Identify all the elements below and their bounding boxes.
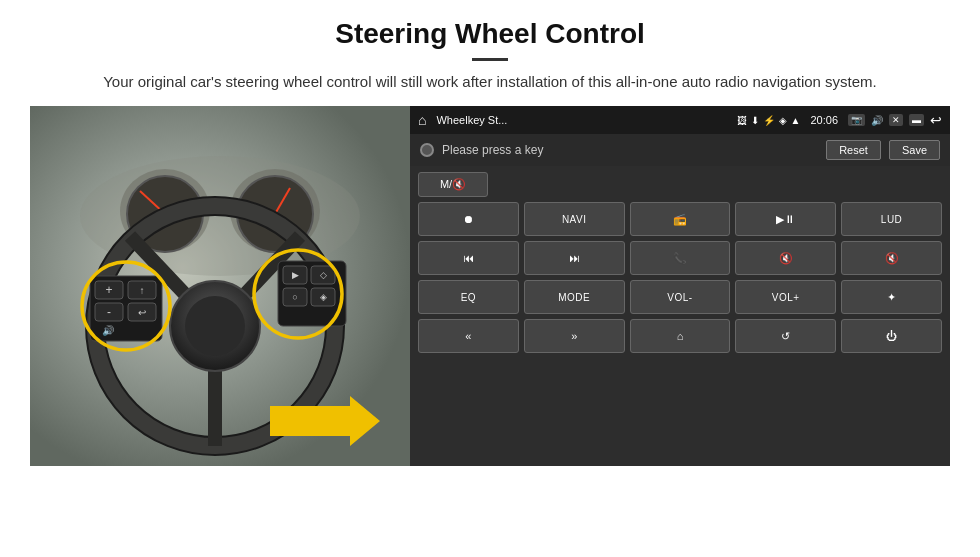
next-icon: ⏭ [569,252,580,264]
call-button[interactable]: 📞 [630,241,731,275]
play-pause-button[interactable]: ▶⏸ [735,202,836,236]
status-bar: ⌂ Wheelkey St... 🖼 ⬇ ⚡ ◈ ▲ 20:06 📷 🔊 ✕ ▬… [410,106,950,134]
control-area: M/🔇 ⏺ NAVI 📻 ▶⏸ LUD ⏮ ⏭ 📞 🔇 🔇 [410,166,950,466]
disc-icon: ⏺ [463,213,474,225]
press-key-label: Please press a key [442,143,818,157]
steering-wheel-image: + - 🔊 ↑ ↩ ▶ ◇ ○ ◈ [30,106,410,466]
row-2: ⏮ ⏭ 📞 🔇 🔇 [418,241,942,275]
vol-mute-button[interactable]: 🔇 [841,241,942,275]
screenshot-icon: 📷 [848,114,865,126]
svg-text:🔊: 🔊 [102,324,115,337]
prev-button[interactable]: ⏮ [418,241,519,275]
vol-mute-icon: 🔇 [885,252,899,265]
status-icons: 🖼 ⬇ ⚡ ◈ ▲ [737,115,801,126]
phone-icon: 📞 [673,252,687,265]
app-header: Please press a key Reset Save [410,134,950,166]
key-indicator-dot [420,143,434,157]
vol-down-button[interactable]: VOL- [630,280,731,314]
bluetooth-button[interactable]: ✦ [841,280,942,314]
svg-text:↑: ↑ [140,285,145,296]
volume-status-icon: 🔊 [871,115,883,126]
source-button[interactable]: ⏺ [418,202,519,236]
power-icon: ⏻ [886,330,897,342]
home-nav-icon: ⌂ [677,330,684,342]
subtitle-text: Your original car's steering wheel contr… [103,73,877,90]
fast-forward-button[interactable]: » [524,319,625,353]
svg-text:○: ○ [292,292,297,302]
android-screen: ⌂ Wheelkey St... 🖼 ⬇ ⚡ ◈ ▲ 20:06 📷 🔊 ✕ ▬… [410,106,950,466]
row-3: EQ MODE VOL- VOL+ ✦ [418,280,942,314]
return-icon: ↺ [781,330,790,343]
lud-button[interactable]: LUD [841,202,942,236]
status-time: 20:06 [810,114,838,126]
prev-icon: ⏮ [463,252,474,264]
download-icon: ⬇ [751,115,759,126]
bluetooth-icon: ✦ [887,291,896,304]
svg-text:-: - [107,305,111,319]
radio-button[interactable]: 📻 [630,202,731,236]
svg-text:↩: ↩ [138,307,146,318]
signal-icon: ▲ [791,115,801,126]
page-title: Steering Wheel Control [335,18,645,50]
location-icon: ◈ [779,115,787,126]
home-icon[interactable]: ⌂ [418,112,426,128]
svg-point-14 [185,296,245,356]
fast-forward-icon: » [571,330,577,342]
next-button[interactable]: ⏭ [524,241,625,275]
svg-text:◈: ◈ [320,292,327,302]
rewind-icon: « [465,330,471,342]
row-4: « » ⌂ ↺ ⏻ [418,319,942,353]
svg-text:▶: ▶ [292,270,299,280]
usb-icon: ⚡ [763,115,775,126]
play-pause-icon: ▶⏸ [776,213,795,226]
close-status-icon: ✕ [889,114,903,126]
row-mute: M/🔇 [418,172,942,197]
mute-icon: 🔇 [779,252,793,265]
app-name: Wheelkey St... [436,114,730,126]
vol-up-button[interactable]: VOL+ [735,280,836,314]
save-button[interactable]: Save [889,140,940,160]
power-button[interactable]: ⏻ [841,319,942,353]
svg-text:◇: ◇ [320,270,327,280]
title-divider [472,58,508,61]
home-nav-button[interactable]: ⌂ [630,319,731,353]
rewind-button[interactable]: « [418,319,519,353]
back-icon[interactable]: ↩ [930,112,942,128]
mode-button[interactable]: MODE [524,280,625,314]
reset-button[interactable]: Reset [826,140,881,160]
return-button[interactable]: ↺ [735,319,836,353]
radio-icon: 📻 [673,213,687,226]
minimize-status-icon: ▬ [909,114,924,126]
navi-button[interactable]: NAVI [524,202,625,236]
mute2-button[interactable]: 🔇 [735,241,836,275]
row-1: ⏺ NAVI 📻 ▶⏸ LUD [418,202,942,236]
svg-text:+: + [105,283,112,297]
image-icon: 🖼 [737,115,747,126]
mute-button[interactable]: M/🔇 [418,172,488,197]
eq-button[interactable]: EQ [418,280,519,314]
